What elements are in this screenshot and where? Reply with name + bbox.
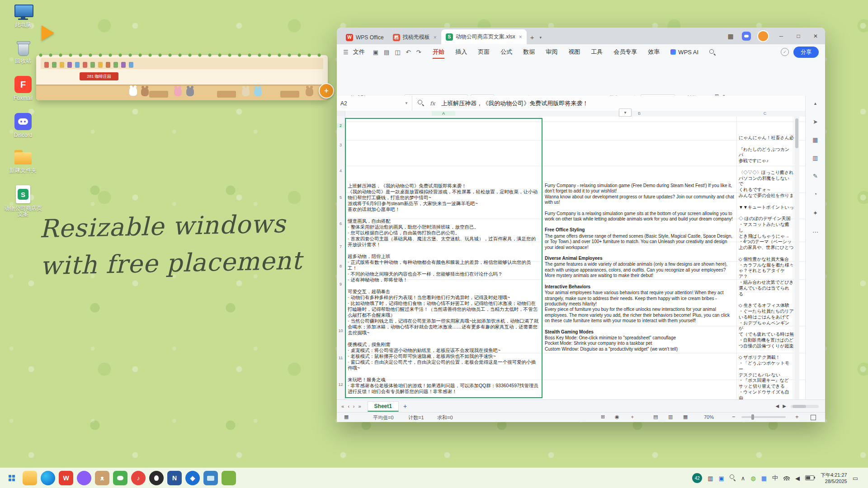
battery-icon[interactable]: [805, 475, 814, 482]
scrollbar-thumb[interactable]: [795, 118, 798, 148]
compass-browser-icon[interactable]: ◈: [185, 471, 200, 485]
collapse-ribbon-icon[interactable]: ▲: [806, 101, 825, 106]
comment-panel-icon[interactable]: ◔: [806, 191, 825, 197]
maximize-button[interactable]: □: [790, 29, 807, 43]
next-sheet-icon[interactable]: ›: [353, 404, 355, 409]
column-header-a[interactable]: A: [432, 111, 455, 116]
row-header[interactable]: 3: [337, 143, 344, 147]
row-header[interactable]: 5: [337, 195, 344, 200]
wps-office-icon[interactable]: W: [59, 471, 73, 485]
scroll-right-icon[interactable]: ▶: [783, 404, 786, 408]
page-layout-view-icon[interactable]: ▥: [668, 414, 673, 419]
menu-efficiency[interactable]: 效率: [642, 44, 665, 60]
file-explorer-icon[interactable]: [23, 471, 37, 485]
row-header[interactable]: 2: [337, 123, 344, 128]
pin-app-icon[interactable]: [77, 471, 91, 485]
formula-input[interactable]: 上班解压神器，《我的动物公司》免费试用版即将来袭！: [441, 99, 588, 108]
fx-icon[interactable]: fx: [430, 100, 435, 107]
desktop-icon-this-pc[interactable]: 此电脑: [3, 4, 43, 28]
play-button[interactable]: [42, 25, 54, 41]
tray-search-icon[interactable]: [730, 474, 736, 482]
row-header[interactable]: 12: [337, 382, 344, 387]
scrollbar-thumb[interactable]: [793, 405, 806, 408]
hamburger-menu-icon[interactable]: ☰: [337, 49, 351, 56]
help-panel-icon[interactable]: ✦: [806, 210, 825, 216]
undo-icon[interactable]: ↶: [403, 49, 414, 56]
new-tab-button[interactable]: +: [527, 30, 538, 44]
zoom-in-button[interactable]: +: [795, 414, 799, 420]
zoom-slider[interactable]: [741, 416, 786, 418]
cell-a-text[interactable]: 上班解压神器，《我的动物公司》免费试用版即将来袭！ 《我的动物公司》是一款桌面放…: [348, 183, 539, 399]
edit-panel-icon[interactable]: ✎: [806, 173, 825, 179]
reading-mode-icon[interactable]: ◉: [615, 414, 619, 419]
menu-insert[interactable]: 插入: [450, 44, 472, 60]
zoom-slider-thumb[interactable]: [751, 414, 754, 420]
row-header[interactable]: 9: [337, 282, 344, 286]
wifi-icon[interactable]: [783, 475, 790, 482]
redo-icon[interactable]: ↷: [413, 49, 424, 56]
scroll-left-icon[interactable]: ◀: [776, 404, 779, 408]
close-button[interactable]: ✕: [807, 29, 824, 43]
minimize-button[interactable]: ─: [773, 29, 790, 43]
close-tab-icon[interactable]: ×: [519, 34, 522, 40]
desktop-icon-discord[interactable]: Discord: [3, 113, 43, 138]
fullscreen-icon[interactable]: [811, 415, 816, 420]
drag-handle-icon[interactable]: +: [319, 83, 334, 99]
row-header[interactable]: 10: [337, 328, 344, 333]
print-icon[interactable]: ▤: [381, 49, 392, 56]
volume-icon[interactable]: ◀: [795, 475, 800, 482]
autofilter-dropdown-icon[interactable]: ▼: [619, 108, 632, 117]
first-sheet-icon[interactable]: «: [341, 404, 344, 409]
row-header[interactable]: 8: [337, 264, 344, 268]
battery-badge[interactable]: 42: [692, 473, 702, 483]
clock[interactable]: 下午4:21:27 28/5/2025: [821, 472, 847, 484]
widgets-tray-icon[interactable]: ▥: [708, 475, 713, 482]
close-tab-icon[interactable]: ×: [434, 34, 437, 41]
normal-view-icon[interactable]: ▤: [653, 414, 658, 419]
start-button[interactable]: [5, 471, 19, 485]
print-preview-icon[interactable]: ◫: [392, 49, 403, 56]
game-window-banner[interactable]: 281 咖啡庄园 +: [36, 55, 328, 100]
zoom-out-button[interactable]: −: [732, 414, 736, 420]
tab-animal-company-xlsx[interactable]: S 动物公司商店页文案.xlsx ×: [441, 29, 527, 44]
add-sheet-button[interactable]: +: [403, 403, 407, 409]
menu-formula[interactable]: 公式: [495, 44, 518, 60]
notification-center-icon[interactable]: ▭: [853, 475, 858, 482]
pointer-tool-icon[interactable]: ➤: [806, 118, 825, 125]
spreadsheet-grid[interactable]: 2 3 4 5 6 7 8 9 10 11 12 上班解压神器，《我的动物公司》…: [337, 117, 806, 399]
desktop-icon-wps-file[interactable]: S 动物公司商店页文案: [3, 185, 43, 217]
user-avatar[interactable]: [757, 30, 769, 42]
tab-template-doc[interactable]: 档 找稿壳模板 ×: [388, 30, 441, 44]
table-tools-icon[interactable]: ⊞: [601, 414, 605, 419]
row-header[interactable]: 11: [337, 356, 344, 360]
properties-icon[interactable]: ▦: [806, 136, 825, 143]
menubar-search-icon[interactable]: [704, 44, 721, 60]
music-app-icon[interactable]: ♪: [131, 471, 146, 485]
menu-review[interactable]: 审阅: [540, 44, 563, 60]
snip-tray-icon[interactable]: ▣: [719, 475, 724, 482]
wechat-icon[interactable]: [113, 471, 127, 485]
wps-ai-assistant-icon[interactable]: [742, 32, 751, 41]
share-button[interactable]: 分享: [793, 47, 819, 58]
menu-tools[interactable]: 工具: [585, 44, 608, 60]
remote-desktop-icon[interactable]: [203, 471, 218, 485]
tab-wps-home[interactable]: W WPS Office: [341, 30, 388, 44]
vertical-scrollbar[interactable]: [794, 117, 799, 399]
hidden-icons-chevron[interactable]: ∧: [741, 475, 745, 482]
last-sheet-icon[interactable]: »: [358, 404, 361, 409]
save-icon[interactable]: ▣: [370, 49, 381, 56]
chart-panel-icon[interactable]: ▥: [806, 155, 825, 161]
row-header[interactable]: 7: [337, 244, 344, 249]
misc-app-icon[interactable]: [222, 471, 236, 485]
select-all-corner[interactable]: [337, 111, 345, 116]
input-method-indicator[interactable]: 中: [772, 474, 778, 482]
name-box[interactable]: A2 ▼: [337, 96, 412, 111]
tray-cloud-icon[interactable]: ▦: [761, 475, 767, 482]
menu-view[interactable]: 视图: [563, 44, 585, 60]
desktop-icon-new-folder[interactable]: 新建文件夹: [3, 150, 43, 174]
edge-browser-icon[interactable]: [41, 471, 55, 485]
cell-b-text[interactable]: Furry Company - relaxing simulation game…: [545, 183, 735, 357]
sheet-tab-sheet1[interactable]: Sheet1: [368, 401, 399, 412]
cloud-sync-icon[interactable]: ✓: [781, 48, 789, 56]
zoom-level[interactable]: 70%: [704, 414, 714, 420]
